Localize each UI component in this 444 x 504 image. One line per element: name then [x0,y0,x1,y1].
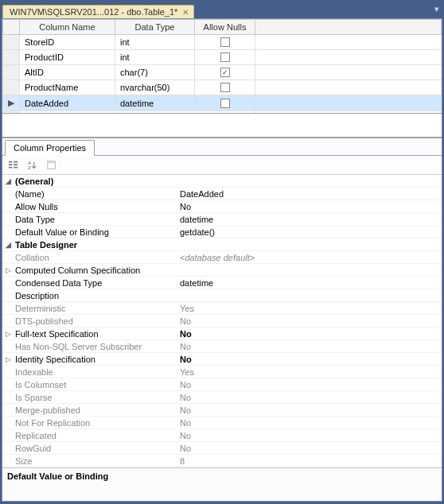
checkbox-icon[interactable] [220,52,230,62]
cell-column-name[interactable]: DateAdded [20,95,115,111]
expand-icon[interactable]: ▷ [2,328,14,339]
cell-data-type[interactable]: datetime [115,95,195,111]
prop-identity-value[interactable]: No [177,353,442,365]
document-tab-strip: WIN7VM\SQLSRV201...012 - dbo.Table_1* ✕ … [2,2,442,18]
prop-deterministic-label: Deterministic [14,302,177,314]
categorized-button[interactable] [5,157,22,173]
prop-sparse-value: No [177,391,442,403]
table-row[interactable]: ProductNamenvarchar(50) [3,80,442,95]
cell-allow-nulls[interactable] [195,95,255,111]
svg-rect-9 [48,161,56,163]
cell-allow-nulls[interactable] [195,35,255,50]
designer-content: Column Name Data Type Allow Nulls StoreI… [2,18,442,502]
cell-column-name[interactable]: ProductName [20,80,115,95]
cell-allow-nulls[interactable] [195,50,255,65]
cell-data-type[interactable]: int [115,35,195,50]
row-header-corner [3,20,20,35]
prop-default-value[interactable]: getdate() [177,226,442,238]
table-row[interactable]: AltIDchar(7)✓ [3,65,442,80]
cell-spacer [255,80,442,95]
cell-allow-nulls[interactable] [195,80,255,95]
prop-rowguid-label: RowGuid [14,442,177,454]
prop-name-label: (Name) [14,188,177,200]
prop-description-label: Description [14,289,177,301]
svg-rect-2 [9,166,12,168]
category-general: (General) [14,175,177,187]
prop-datatype-value[interactable]: datetime [177,213,442,225]
svg-text:Z: Z [28,165,31,170]
prop-allownulls-label: Allow Nulls [14,200,177,212]
row-selector[interactable] [3,50,20,65]
prop-indexable-value: Yes [177,366,442,378]
row-selector[interactable] [3,35,20,50]
table-row[interactable]: StoreIDint [3,35,442,50]
cell-column-name[interactable]: ProductID [20,50,115,65]
prop-datatype-label: Data Type [14,213,177,225]
table-row[interactable]: ProductIDint [3,50,442,65]
document-tab-title: WIN7VM\SQLSRV201...012 - dbo.Table_1* [10,7,177,17]
prop-nonsql-value: No [177,340,442,352]
prop-fulltext-value[interactable]: No [177,328,442,339]
cell-data-type[interactable]: char(7) [115,65,195,80]
prop-computed-value[interactable] [177,264,442,276]
svg-rect-0 [9,161,12,162]
prop-default-label: Default Value or Binding [14,226,177,238]
cell-spacer [255,65,442,80]
prop-sparse-label: Is Sparse [14,391,177,403]
splitter[interactable] [2,114,442,138]
prop-description-value[interactable] [177,289,442,301]
expand-icon[interactable]: ◢ [2,238,14,250]
header-data-type[interactable]: Data Type [115,20,195,35]
prop-merge-value: No [177,404,442,416]
prop-identity-label: Identity Specification [14,353,177,365]
header-column-name[interactable]: Column Name [20,20,115,35]
cell-column-name[interactable]: StoreID [20,35,115,50]
prop-computed-label: Computed Column Specification [14,264,177,276]
cell-data-type[interactable]: int [115,50,195,65]
description-pane: Default Value or Binding [2,467,442,501]
alphabetical-button[interactable]: AZ [24,157,41,173]
prop-nonsql-label: Has Non-SQL Server Subscriber [14,340,177,352]
columns-grid: Column Name Data Type Allow Nulls StoreI… [2,19,442,114]
prop-columnset-value: No [177,378,442,390]
cell-data-type[interactable]: nvarchar(50) [115,80,195,95]
row-selector[interactable] [3,80,20,95]
cell-column-name[interactable]: AltID [20,65,115,80]
checkbox-icon[interactable] [220,37,230,47]
cell-spacer [255,35,442,50]
header-allow-nulls[interactable]: Allow Nulls [195,20,255,35]
pin-icon[interactable]: ▾ [434,4,439,14]
expand-icon[interactable]: ▷ [2,264,14,276]
expand-icon[interactable]: ◢ [2,175,14,187]
prop-collation-value[interactable]: <database default> [177,251,442,263]
prop-notrepl-value: No [177,417,442,428]
svg-rect-5 [14,166,18,168]
prop-columnset-label: Is Columnset [14,378,177,390]
prop-allownulls-value[interactable]: No [177,200,442,212]
table-row[interactable]: ▶DateAddeddatetime [3,95,442,111]
prop-size-value: 8 [177,455,442,467]
document-tab[interactable]: WIN7VM\SQLSRV201...012 - dbo.Table_1* ✕ [2,5,194,18]
prop-replicated-label: Replicated [14,429,177,441]
prop-collation-label: Collation [14,251,177,263]
properties-list[interactable]: ◢(General) (Name)DateAdded Allow NullsNo… [2,175,442,467]
checkbox-icon[interactable] [220,99,230,108]
prop-rowguid-value: No [177,442,442,454]
prop-name-value[interactable]: DateAdded [177,188,442,200]
property-pages-button[interactable] [43,157,60,173]
cell-allow-nulls[interactable]: ✓ [195,65,255,80]
expand-icon[interactable]: ▷ [2,353,14,365]
prop-condensed-value[interactable]: datetime [177,277,442,289]
checkbox-icon[interactable] [220,83,230,92]
prop-replicated-value: No [177,429,442,441]
row-selector[interactable] [3,65,20,80]
properties-tab-strip: Column Properties [2,138,442,156]
checkbox-icon[interactable]: ✓ [220,68,230,77]
row-selector[interactable]: ▶ [3,95,20,111]
category-designer: Table Designer [14,238,177,250]
close-icon[interactable]: ✕ [182,8,189,17]
prop-size-label: Size [14,455,177,467]
prop-fulltext-label: Full-text Specification [14,328,177,339]
properties-toolbar: AZ [2,156,442,175]
properties-tab[interactable]: Column Properties [5,140,95,156]
